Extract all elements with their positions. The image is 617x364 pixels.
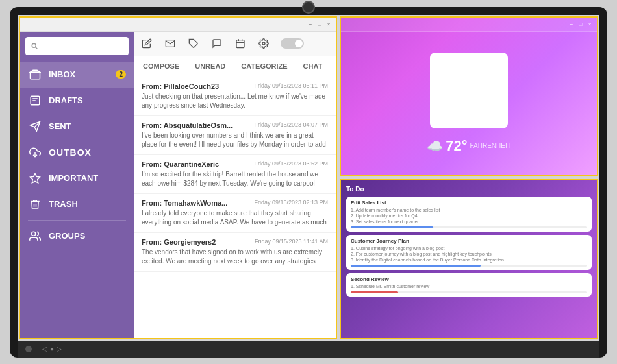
month-year: September 2023 xyxy=(440,103,497,123)
taskbar-btn-1[interactable] xyxy=(25,346,32,352)
email-item[interactable]: From: TomahawkWoma... Friday 09/15/2023 … xyxy=(134,194,336,233)
email-from: From: Georgiemyers2 xyxy=(142,238,216,246)
todo-card-text: 1. Outline strategy for ongoing with a b… xyxy=(351,245,587,263)
monitor-frame: − □ × xyxy=(10,7,607,358)
email-item-header: From: QuarantineXeric Friday 09/15/2023 … xyxy=(142,160,328,168)
gear-icon[interactable] xyxy=(257,37,270,50)
email-list: From: PillaloeCouch23 Friday 09/15/2023 … xyxy=(134,77,336,338)
sidebar-item-outbox[interactable]: OUTBOX xyxy=(20,140,134,165)
email-tabs: COMPOSE UNREAD CATEGORIZE CHAT CALENDAR … xyxy=(134,56,336,77)
email-date: Friday 09/15/2023 04:07 PM xyxy=(254,121,328,129)
todo-card-3[interactable]: Second Review 1. Schedule Mr. Smith cust… xyxy=(346,273,592,297)
today-label: TODAY xyxy=(440,58,497,65)
webcam xyxy=(302,1,315,14)
month-label: September xyxy=(447,103,491,113)
svg-line-1 xyxy=(36,47,38,49)
email-date: Friday 09/15/2023 05:11 PM xyxy=(254,82,328,90)
calendar-icon[interactable] xyxy=(234,37,247,50)
email-sidebar: INBOX 2 DRAFTS xyxy=(20,32,134,338)
email-titlebar: − □ × xyxy=(20,18,336,32)
chat-icon[interactable] xyxy=(210,37,223,50)
email-preview: The vendors that have signed on to work … xyxy=(142,248,328,266)
email-preview: I've been looking over numbers and I thi… xyxy=(142,131,328,149)
email-main-area: COMPOSE UNREAD CATEGORIZE CHAT CALENDAR … xyxy=(134,32,336,338)
weather-temp: 72° xyxy=(446,138,467,154)
inbox-label: INBOX xyxy=(49,69,75,79)
email-item-header: From: PillaloeCouch23 Friday 09/15/2023 … xyxy=(142,82,328,90)
email-item[interactable]: From: AbsquatulatieOsm... Friday 09/15/2… xyxy=(134,116,336,155)
taskbar: ◁ ● ▷ xyxy=(18,341,599,358)
weather-unit: FAHRENHEIT xyxy=(470,142,510,149)
search-box[interactable] xyxy=(25,37,129,55)
taskbar-circle-button[interactable]: ● xyxy=(50,345,54,352)
todo-card-text: 1. Schedule Mr. Smith customer review xyxy=(351,284,587,289)
date-number: 15 xyxy=(440,67,497,101)
email-from: From: AbsquatulatieOsm... xyxy=(142,121,233,129)
search-input[interactable] xyxy=(41,42,123,50)
email-content: INBOX 2 DRAFTS xyxy=(20,32,336,338)
taskbar-back-button[interactable]: ◁ xyxy=(42,345,47,352)
todo-card-title: Second Review xyxy=(351,276,587,282)
cal-minimize-button[interactable]: − xyxy=(568,21,575,27)
tag-icon[interactable] xyxy=(187,37,200,50)
tab-unread[interactable]: UNREAD xyxy=(192,56,228,77)
calendar-date-card: TODAY 15 September 2023 xyxy=(430,53,508,128)
minimize-button[interactable]: − xyxy=(307,21,314,27)
todo-progress-bar xyxy=(351,226,587,228)
email-item-header: From: AbsquatulatieOsm... Friday 09/15/2… xyxy=(142,121,328,129)
email-toolbar xyxy=(134,32,336,56)
pencil-icon[interactable] xyxy=(140,37,153,50)
trash-icon xyxy=(28,197,42,212)
todo-card-title: Customer Journey Plan xyxy=(351,238,587,244)
right-panels: − □ × TODAY 15 September 2023 ☁️ xyxy=(340,16,598,339)
sidebar-item-sent[interactable]: SENT xyxy=(20,114,134,140)
todo-progress-fill xyxy=(351,291,398,293)
sidebar-item-drafts[interactable]: DRAFTS xyxy=(20,88,134,114)
mail-icon[interactable] xyxy=(164,37,177,50)
email-item[interactable]: From: QuarantineXeric Friday 09/15/2023 … xyxy=(134,155,336,194)
todo-progress-fill xyxy=(351,226,433,228)
maximize-button[interactable]: □ xyxy=(316,21,323,27)
weather-display: ☁️ 72° FAHRENHEIT xyxy=(427,138,511,154)
svg-point-16 xyxy=(262,42,265,45)
email-from: From: TomahawkWoma... xyxy=(142,199,227,207)
todo-card-2[interactable]: Customer Journey Plan 1. Outline strateg… xyxy=(346,235,592,270)
email-item[interactable]: From: PillaloeCouch23 Friday 09/15/2023 … xyxy=(134,77,336,116)
sidebar-item-trash[interactable]: TRASH xyxy=(20,191,134,217)
sidebar-item-groups[interactable]: GROUPS xyxy=(20,223,134,249)
svg-rect-12 xyxy=(236,40,244,48)
sidebar-item-important[interactable]: IMPORTANT xyxy=(20,165,134,191)
groups-label: GROUPS xyxy=(49,231,85,241)
year-label: 2023 xyxy=(459,113,479,123)
tab-calendar[interactable]: CALENDAR xyxy=(335,56,336,77)
trash-label: TRASH xyxy=(49,199,78,209)
cal-maximize-button[interactable]: □ xyxy=(577,21,584,27)
todo-header: To Do xyxy=(346,186,592,193)
svg-rect-2 xyxy=(31,72,40,79)
sidebar-item-inbox[interactable]: INBOX 2 xyxy=(20,62,134,88)
screen-area: − □ × xyxy=(18,15,599,341)
cal-close-button[interactable]: × xyxy=(586,21,593,27)
email-from: From: QuarantineXeric xyxy=(142,160,219,168)
inbox-badge: 2 xyxy=(116,70,126,79)
toggle-switch[interactable] xyxy=(281,38,304,49)
todo-card-title: Edit Sales List xyxy=(351,200,587,206)
todo-card-1[interactable]: Edit Sales List 1. Add team member's nam… xyxy=(346,197,592,232)
tab-compose[interactable]: COMPOSE xyxy=(140,56,182,77)
calendar-inner: TODAY 15 September 2023 ☁️ 72° FAHRENHEI… xyxy=(341,47,597,160)
email-item[interactable]: From: Georgiemyers2 Friday 09/15/2023 11… xyxy=(134,233,336,272)
drafts-icon xyxy=(28,93,42,108)
email-date: Friday 09/15/2023 11:41 AM xyxy=(255,238,328,246)
email-date: Friday 09/15/2023 03:52 PM xyxy=(254,160,328,168)
calendar-widget: − □ × TODAY 15 September 2023 ☁️ xyxy=(340,16,598,176)
todo-inner: To Do Edit Sales List 1. Add team member… xyxy=(341,180,597,338)
inbox-icon xyxy=(28,67,42,82)
email-item-header: From: Georgiemyers2 Friday 09/15/2023 11… xyxy=(142,238,328,246)
close-button[interactable]: × xyxy=(325,21,332,27)
tab-chat[interactable]: CHAT xyxy=(301,56,325,77)
outbox-label: OUTBOX xyxy=(49,147,92,158)
drafts-label: DRAFTS xyxy=(49,95,83,105)
taskbar-forward-button[interactable]: ▷ xyxy=(57,345,62,352)
groups-icon xyxy=(28,229,42,243)
tab-categorize[interactable]: CATEGORIZE xyxy=(238,56,290,77)
